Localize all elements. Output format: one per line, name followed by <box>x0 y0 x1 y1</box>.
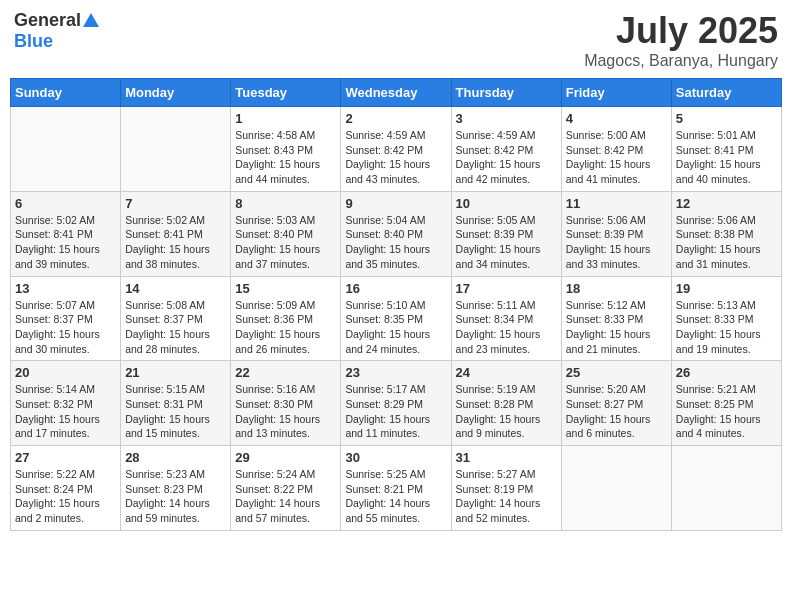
logo-blue-text: Blue <box>14 31 53 51</box>
svg-marker-0 <box>83 13 99 27</box>
day-number: 9 <box>345 196 446 211</box>
location-subtitle: Magocs, Baranya, Hungary <box>584 52 778 70</box>
calendar-week-4: 20Sunrise: 5:14 AMSunset: 8:32 PMDayligh… <box>11 361 782 446</box>
weekday-header-monday: Monday <box>121 79 231 107</box>
logo: General Blue <box>14 10 99 52</box>
calendar-cell: 19Sunrise: 5:13 AMSunset: 8:33 PMDayligh… <box>671 276 781 361</box>
day-detail: Sunrise: 5:24 AMSunset: 8:22 PMDaylight:… <box>235 467 336 526</box>
calendar-cell <box>561 446 671 531</box>
day-number: 5 <box>676 111 777 126</box>
logo-general-text: General <box>14 10 81 31</box>
day-detail: Sunrise: 5:27 AMSunset: 8:19 PMDaylight:… <box>456 467 557 526</box>
calendar-cell <box>11 107 121 192</box>
weekday-header-thursday: Thursday <box>451 79 561 107</box>
logo-icon <box>83 13 99 27</box>
day-detail: Sunrise: 5:23 AMSunset: 8:23 PMDaylight:… <box>125 467 226 526</box>
day-detail: Sunrise: 5:15 AMSunset: 8:31 PMDaylight:… <box>125 382 226 441</box>
day-number: 8 <box>235 196 336 211</box>
day-detail: Sunrise: 5:02 AMSunset: 8:41 PMDaylight:… <box>125 213 226 272</box>
calendar-cell: 30Sunrise: 5:25 AMSunset: 8:21 PMDayligh… <box>341 446 451 531</box>
calendar-cell: 24Sunrise: 5:19 AMSunset: 8:28 PMDayligh… <box>451 361 561 446</box>
calendar-cell <box>121 107 231 192</box>
day-number: 14 <box>125 281 226 296</box>
day-number: 25 <box>566 365 667 380</box>
day-number: 20 <box>15 365 116 380</box>
calendar-cell: 26Sunrise: 5:21 AMSunset: 8:25 PMDayligh… <box>671 361 781 446</box>
calendar-cell: 31Sunrise: 5:27 AMSunset: 8:19 PMDayligh… <box>451 446 561 531</box>
day-number: 22 <box>235 365 336 380</box>
day-detail: Sunrise: 5:19 AMSunset: 8:28 PMDaylight:… <box>456 382 557 441</box>
day-number: 12 <box>676 196 777 211</box>
calendar-cell: 13Sunrise: 5:07 AMSunset: 8:37 PMDayligh… <box>11 276 121 361</box>
calendar-cell: 2Sunrise: 4:59 AMSunset: 8:42 PMDaylight… <box>341 107 451 192</box>
calendar-cell: 10Sunrise: 5:05 AMSunset: 8:39 PMDayligh… <box>451 191 561 276</box>
page-header: General Blue July 2025 Magocs, Baranya, … <box>10 10 782 70</box>
day-detail: Sunrise: 5:02 AMSunset: 8:41 PMDaylight:… <box>15 213 116 272</box>
day-detail: Sunrise: 5:13 AMSunset: 8:33 PMDaylight:… <box>676 298 777 357</box>
day-number: 17 <box>456 281 557 296</box>
weekday-header-saturday: Saturday <box>671 79 781 107</box>
day-detail: Sunrise: 5:06 AMSunset: 8:39 PMDaylight:… <box>566 213 667 272</box>
calendar-cell: 23Sunrise: 5:17 AMSunset: 8:29 PMDayligh… <box>341 361 451 446</box>
weekday-header-row: SundayMondayTuesdayWednesdayThursdayFrid… <box>11 79 782 107</box>
calendar-cell: 27Sunrise: 5:22 AMSunset: 8:24 PMDayligh… <box>11 446 121 531</box>
weekday-header-friday: Friday <box>561 79 671 107</box>
calendar-cell <box>671 446 781 531</box>
calendar-week-1: 1Sunrise: 4:58 AMSunset: 8:43 PMDaylight… <box>11 107 782 192</box>
day-detail: Sunrise: 5:09 AMSunset: 8:36 PMDaylight:… <box>235 298 336 357</box>
calendar-cell: 16Sunrise: 5:10 AMSunset: 8:35 PMDayligh… <box>341 276 451 361</box>
day-detail: Sunrise: 4:59 AMSunset: 8:42 PMDaylight:… <box>345 128 446 187</box>
day-number: 28 <box>125 450 226 465</box>
day-number: 15 <box>235 281 336 296</box>
day-number: 10 <box>456 196 557 211</box>
calendar-cell: 3Sunrise: 4:59 AMSunset: 8:42 PMDaylight… <box>451 107 561 192</box>
day-detail: Sunrise: 5:00 AMSunset: 8:42 PMDaylight:… <box>566 128 667 187</box>
day-number: 31 <box>456 450 557 465</box>
day-detail: Sunrise: 5:05 AMSunset: 8:39 PMDaylight:… <box>456 213 557 272</box>
calendar-cell: 5Sunrise: 5:01 AMSunset: 8:41 PMDaylight… <box>671 107 781 192</box>
weekday-header-tuesday: Tuesday <box>231 79 341 107</box>
day-detail: Sunrise: 5:11 AMSunset: 8:34 PMDaylight:… <box>456 298 557 357</box>
calendar-cell: 18Sunrise: 5:12 AMSunset: 8:33 PMDayligh… <box>561 276 671 361</box>
day-number: 24 <box>456 365 557 380</box>
day-detail: Sunrise: 5:17 AMSunset: 8:29 PMDaylight:… <box>345 382 446 441</box>
calendar-cell: 22Sunrise: 5:16 AMSunset: 8:30 PMDayligh… <box>231 361 341 446</box>
calendar-week-3: 13Sunrise: 5:07 AMSunset: 8:37 PMDayligh… <box>11 276 782 361</box>
day-detail: Sunrise: 5:22 AMSunset: 8:24 PMDaylight:… <box>15 467 116 526</box>
calendar-cell: 1Sunrise: 4:58 AMSunset: 8:43 PMDaylight… <box>231 107 341 192</box>
day-number: 27 <box>15 450 116 465</box>
calendar-cell: 14Sunrise: 5:08 AMSunset: 8:37 PMDayligh… <box>121 276 231 361</box>
calendar-cell: 12Sunrise: 5:06 AMSunset: 8:38 PMDayligh… <box>671 191 781 276</box>
day-number: 30 <box>345 450 446 465</box>
day-detail: Sunrise: 5:25 AMSunset: 8:21 PMDaylight:… <box>345 467 446 526</box>
day-number: 2 <box>345 111 446 126</box>
day-detail: Sunrise: 5:10 AMSunset: 8:35 PMDaylight:… <box>345 298 446 357</box>
calendar-cell: 29Sunrise: 5:24 AMSunset: 8:22 PMDayligh… <box>231 446 341 531</box>
day-detail: Sunrise: 4:59 AMSunset: 8:42 PMDaylight:… <box>456 128 557 187</box>
weekday-header-sunday: Sunday <box>11 79 121 107</box>
calendar-cell: 25Sunrise: 5:20 AMSunset: 8:27 PMDayligh… <box>561 361 671 446</box>
day-detail: Sunrise: 5:21 AMSunset: 8:25 PMDaylight:… <box>676 382 777 441</box>
calendar-week-5: 27Sunrise: 5:22 AMSunset: 8:24 PMDayligh… <box>11 446 782 531</box>
day-detail: Sunrise: 5:01 AMSunset: 8:41 PMDaylight:… <box>676 128 777 187</box>
day-number: 13 <box>15 281 116 296</box>
day-detail: Sunrise: 5:20 AMSunset: 8:27 PMDaylight:… <box>566 382 667 441</box>
weekday-header-wednesday: Wednesday <box>341 79 451 107</box>
calendar-cell: 7Sunrise: 5:02 AMSunset: 8:41 PMDaylight… <box>121 191 231 276</box>
calendar-cell: 11Sunrise: 5:06 AMSunset: 8:39 PMDayligh… <box>561 191 671 276</box>
day-number: 19 <box>676 281 777 296</box>
calendar-table: SundayMondayTuesdayWednesdayThursdayFrid… <box>10 78 782 531</box>
day-detail: Sunrise: 5:16 AMSunset: 8:30 PMDaylight:… <box>235 382 336 441</box>
day-detail: Sunrise: 5:03 AMSunset: 8:40 PMDaylight:… <box>235 213 336 272</box>
month-title: July 2025 <box>584 10 778 52</box>
calendar-cell: 4Sunrise: 5:00 AMSunset: 8:42 PMDaylight… <box>561 107 671 192</box>
day-number: 3 <box>456 111 557 126</box>
calendar-cell: 6Sunrise: 5:02 AMSunset: 8:41 PMDaylight… <box>11 191 121 276</box>
calendar-cell: 20Sunrise: 5:14 AMSunset: 8:32 PMDayligh… <box>11 361 121 446</box>
day-number: 18 <box>566 281 667 296</box>
calendar-cell: 15Sunrise: 5:09 AMSunset: 8:36 PMDayligh… <box>231 276 341 361</box>
calendar-cell: 28Sunrise: 5:23 AMSunset: 8:23 PMDayligh… <box>121 446 231 531</box>
calendar-cell: 21Sunrise: 5:15 AMSunset: 8:31 PMDayligh… <box>121 361 231 446</box>
day-detail: Sunrise: 5:14 AMSunset: 8:32 PMDaylight:… <box>15 382 116 441</box>
day-detail: Sunrise: 5:06 AMSunset: 8:38 PMDaylight:… <box>676 213 777 272</box>
